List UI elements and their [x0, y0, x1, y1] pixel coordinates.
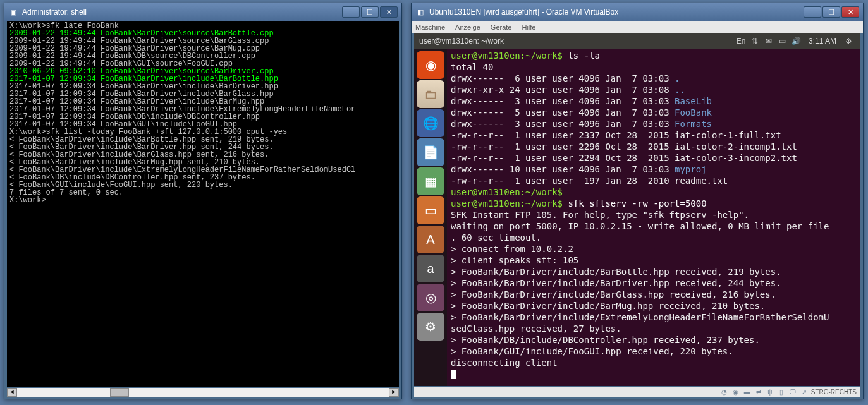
horizontal-scrollbar[interactable]: ◄ ► [7, 388, 399, 397]
vbox-titlebar[interactable]: ◧ Ubuntu1310EN [wird ausgeführt] - Oracl… [412, 3, 863, 21]
vbox-statusbar: ◔ ◉ ▬ ⇄ ψ ▯ 🖵 ➚ STRG-RECHTS [414, 387, 860, 397]
term-line: total 40 [451, 61, 857, 73]
term-line: user@vm1310en:~/work$ ls -la [451, 50, 857, 61]
impress-icon[interactable]: ▭ [417, 196, 444, 224]
term-line: . 60 sec timeout. [451, 232, 857, 243]
menu-item[interactable]: Maschine [415, 23, 445, 31]
minimize-button[interactable]: — [804, 6, 821, 18]
term-line: user@vm1310en:~/work$ [451, 186, 857, 198]
writer-icon[interactable]: 📄 [417, 138, 444, 166]
menu-item[interactable]: Hilfe [522, 23, 535, 31]
term-line: drwx------ 6 user user 4096 Jan 7 03:03 … [451, 73, 857, 84]
hd-activity-icon: ◔ [720, 387, 729, 396]
term-line: drwx------ 10 user user 4096 Jan 7 03:03… [451, 164, 857, 175]
shell-terminal[interactable]: X:\work>sfk late FooBank2009-01-22 19:49… [7, 21, 399, 387]
files-icon[interactable]: 🗀 [417, 80, 444, 108]
music-icon[interactable]: ◎ [417, 284, 444, 311]
keyboard-indicator[interactable]: En [734, 37, 748, 45]
host-key-label: STRG-RECHTS [811, 389, 857, 396]
display-icon: 🖵 [788, 387, 797, 396]
term-line: > FooBank/BarDriver/include/BarMug.hpp r… [451, 300, 857, 311]
scroll-track[interactable] [17, 388, 389, 397]
disk-icon: ▬ [743, 387, 752, 396]
term-line: -rw-r--r-- 1 user user 197 Jan 28 2010 r… [451, 175, 857, 186]
term-line: > FooBank/BarDriver/include/BarDriver.hp… [451, 277, 857, 289]
terminal-window-title: user@vm1310en: ~/work [419, 37, 504, 45]
unity-launcher: ◉🗀🌐📄▦▭Aa◎⚙ [414, 49, 447, 386]
mail-icon[interactable]: ✉ [762, 37, 776, 45]
mouse-capture-icon: ➚ [800, 387, 809, 396]
cd-icon: ◉ [731, 387, 740, 396]
term-line: user@vm1310en:~/work$ sfk sftserv -rw -p… [451, 198, 857, 209]
shell-line: 7 files of 7 sent, 0 sec. [9, 189, 396, 196]
firefox-icon[interactable]: 🌐 [417, 109, 444, 137]
shell-titlebar[interactable]: ▣ Administrator: shell — ☐ ✕ [4, 3, 401, 21]
sound-icon[interactable]: 🔊 [790, 37, 804, 45]
term-line: > FooBank/BarDriver/include/BarGlass.hpp… [451, 289, 857, 300]
cmd-icon: ▣ [8, 7, 18, 17]
term-line: drwx------ 3 user user 4096 Jan 7 03:03 … [451, 95, 857, 107]
term-line: > FooBank/BarDriver/include/BarBottle.hp… [451, 266, 857, 277]
minimize-button[interactable]: — [342, 6, 360, 18]
cursor [451, 370, 456, 379]
term-line: drwx------ 5 user user 4096 Jan 7 03:03 … [451, 107, 857, 118]
virtualbox-window: ◧ Ubuntu1310EN [wird ausgeführt] - Oracl… [411, 3, 864, 399]
term-line: SFK Instant FTP 105. For help, type "sfk… [451, 209, 857, 221]
term-line: > connect from 10.0.2.2 [451, 243, 857, 255]
clock[interactable]: 3:11 AM [809, 37, 836, 45]
term-line [451, 368, 857, 380]
term-line: waiting on port 5000, IP 10.0.2.15 - wri… [451, 221, 857, 232]
guest-screen: user@vm1310en: ~/work En ⇅ ✉ ▭ 🔊 3:11 AM… [414, 33, 860, 386]
shell-line: X:\work> [9, 196, 396, 204]
term-line: drwxr-xr-x 24 user user 4096 Jan 7 03:08… [451, 84, 857, 95]
calc-icon[interactable]: ▦ [417, 167, 444, 195]
term-line: drwx------ 3 user user 4096 Jan 7 03:03 … [451, 118, 857, 130]
term-line: -rw-r--r-- 1 user user 2296 Oct 28 2015 … [451, 141, 857, 152]
shared-folder-icon: ▯ [777, 387, 786, 396]
menu-item[interactable]: Geräte [491, 23, 512, 31]
term-line: sedClass.hpp received, 27 bytes. [451, 323, 857, 334]
vbox-title: Ubuntu1310EN [wird ausgeführt] - Oracle … [429, 8, 804, 16]
term-line: > FooBank/DB/include/DBController.hpp re… [451, 334, 857, 346]
battery-icon[interactable]: ▭ [776, 37, 790, 45]
settings-icon[interactable]: ⚙ [417, 313, 444, 341]
vbox-icon: ◧ [415, 7, 425, 17]
term-line: > FooBank/GUI/include/FooGUI.hpp receive… [451, 346, 857, 357]
vbox-menubar: MaschineAnzeigeGeräteHilfe [412, 21, 863, 33]
gear-icon[interactable]: ⚙ [841, 37, 855, 45]
term-line: > FooBank/BarDriver/include/ExtremelyLon… [451, 311, 857, 323]
ubuntu-terminal[interactable]: user@vm1310en:~/work$ ls -latotal 40drwx… [447, 49, 860, 386]
maximize-button[interactable]: ☐ [822, 6, 840, 18]
net-icon: ⇄ [754, 387, 763, 396]
term-line: -rw-r--r-- 1 user user 2337 Oct 28 2015 … [451, 130, 857, 141]
close-button[interactable]: ✕ [380, 6, 398, 18]
menu-item[interactable]: Anzeige [455, 23, 480, 31]
close-button[interactable]: ✕ [841, 6, 859, 18]
usb-icon: ψ [766, 387, 774, 396]
maximize-button[interactable]: ☐ [361, 6, 379, 18]
term-line: -rw-r--r-- 1 user user 2294 Oct 28 2015 … [451, 152, 857, 164]
software-center-icon[interactable]: A [417, 226, 444, 253]
term-line: disconnecting client [451, 357, 857, 368]
scroll-thumb[interactable] [110, 388, 129, 397]
network-icon[interactable]: ⇅ [748, 37, 762, 45]
shell-title: Administrator: shell [22, 8, 342, 16]
amazon-icon[interactable]: a [417, 255, 444, 282]
ubuntu-top-panel: user@vm1310en: ~/work En ⇅ ✉ ▭ 🔊 3:11 AM… [414, 33, 860, 49]
term-line: > client speaks sft: 105 [451, 255, 857, 266]
shell-window: ▣ Administrator: shell — ☐ ✕ X:\work>sfk… [4, 3, 402, 399]
dash-icon[interactable]: ◉ [417, 51, 444, 79]
scroll-left-button[interactable]: ◄ [7, 388, 17, 397]
scroll-right-button[interactable]: ► [389, 388, 399, 397]
